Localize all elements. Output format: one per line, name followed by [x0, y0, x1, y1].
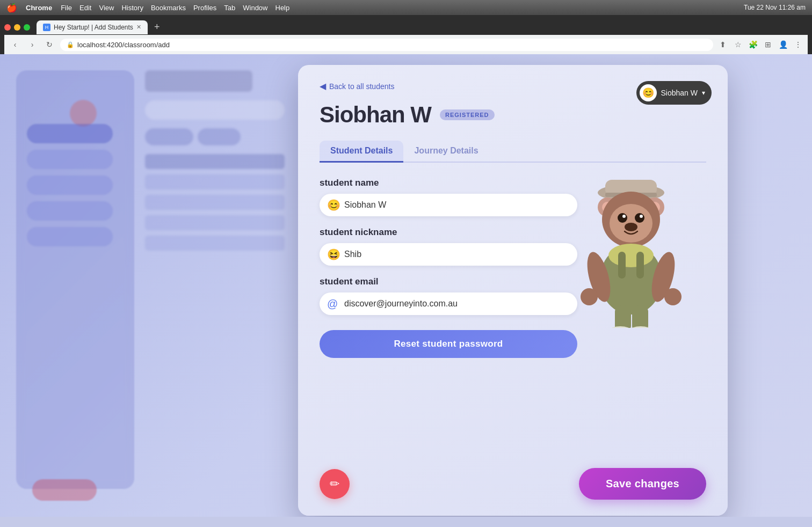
menu-history[interactable]: History — [121, 4, 143, 12]
main-title-bg — [145, 70, 252, 92]
student-name-input[interactable] — [320, 194, 577, 216]
menubar-right: Tue 22 Nov 11:26 am — [744, 4, 806, 11]
minimize-window-button[interactable] — [14, 24, 20, 31]
sidebar-item-5 — [27, 227, 113, 246]
forward-nav-button[interactable]: › — [26, 38, 39, 51]
user-name-display: Siobhan W — [661, 89, 698, 97]
student-email-input[interactable] — [320, 292, 577, 315]
menu-view[interactable]: View — [99, 4, 114, 12]
main-list-2-bg — [145, 174, 285, 189]
student-name-label: student name — [320, 178, 577, 188]
menu-tab[interactable]: Tab — [224, 4, 235, 12]
email-at-icon: @ — [327, 298, 338, 310]
svg-rect-17 — [618, 252, 626, 279]
clear-button[interactable]: ✏ — [320, 469, 350, 499]
modal-bottom-actions: ✏ Save changes — [320, 459, 706, 500]
svg-rect-24 — [632, 305, 648, 328]
menu-profiles[interactable]: Profiles — [193, 4, 216, 12]
student-email-input-wrapper: @ — [320, 292, 577, 315]
main-list-3-bg — [145, 195, 285, 210]
url-display: localhost:4200/classroom/add — [77, 41, 170, 49]
student-nickname-input-wrapper: 😆 — [320, 243, 577, 266]
back-link-label: Back to all students — [329, 82, 394, 91]
student-email-field-group: student email @ — [320, 276, 577, 315]
student-name-field-group: student name 😊 — [320, 178, 577, 216]
bookmark-icon[interactable]: ☆ — [733, 39, 743, 50]
menu-bookmarks[interactable]: Bookmarks — [151, 4, 186, 12]
main-bottom-btn-bg — [32, 479, 97, 501]
main-search-bg — [145, 100, 285, 120]
tab-student-details[interactable]: Student Details — [320, 141, 403, 163]
svg-rect-18 — [636, 252, 644, 279]
main-tabs-bg — [145, 128, 295, 145]
tab-bar: H Hey Startup! | Add Students ✕ + — [4, 19, 808, 35]
back-nav-button[interactable]: ‹ — [9, 38, 21, 51]
chrome-menu[interactable]: Chrome — [26, 4, 52, 12]
svg-point-11 — [622, 215, 626, 218]
svg-point-9 — [618, 213, 627, 223]
svg-point-10 — [635, 213, 644, 223]
time-display: Tue 22 Nov 11:26 am — [744, 4, 806, 11]
traffic-lights — [4, 24, 30, 31]
toolbar-actions: ⬆ ☆ 🧩 ⊞ 👤 ⋮ — [717, 39, 803, 50]
menubar: 🍎 Chrome File Edit View History Bookmark… — [0, 0, 812, 15]
reset-password-button[interactable]: Reset student password — [320, 330, 577, 358]
registered-badge: REGISTERED — [440, 109, 495, 120]
extensions-icon[interactable]: 🧩 — [748, 39, 758, 50]
student-header: Siobhan W REGISTERED — [320, 102, 706, 128]
apple-icon: 🍎 — [6, 3, 17, 13]
sidebar-logo — [70, 100, 97, 127]
svg-point-13 — [625, 223, 637, 231]
fullscreen-button[interactable] — [24, 24, 30, 31]
avatar: 😊 — [640, 84, 657, 101]
form-fields: student name 😊 student nickname 😆 — [320, 178, 577, 358]
character-illustration — [567, 156, 717, 344]
browser-toolbar: ‹ › ↻ 🔒 localhost:4200/classroom/add ⬆ ☆… — [4, 35, 808, 54]
tab-journey-details[interactable]: Journey Details — [403, 141, 489, 163]
student-nickname-label: student nickname — [320, 227, 577, 238]
reload-button[interactable]: ↻ — [43, 38, 56, 51]
svg-point-12 — [640, 215, 643, 218]
more-options-icon[interactable]: ⋮ — [793, 39, 803, 50]
name-smile-icon: 😊 — [327, 199, 340, 211]
menu-items: File Edit View History Bookmarks Profile… — [61, 4, 289, 12]
brush-icon: ✏ — [330, 477, 339, 491]
svg-rect-23 — [615, 305, 631, 328]
menu-file[interactable]: File — [61, 4, 72, 12]
sidebar-item-3 — [27, 175, 113, 195]
nickname-laugh-icon: 😆 — [327, 248, 340, 261]
student-name-title: Siobhan W — [320, 102, 431, 128]
student-nickname-input[interactable] — [320, 243, 577, 266]
form-content: student name 😊 student nickname 😆 — [320, 178, 706, 447]
split-view-icon[interactable]: ⊞ — [763, 39, 773, 50]
save-changes-button[interactable]: Save changes — [579, 468, 706, 500]
sidebar-item-2 — [27, 150, 113, 169]
new-tab-button[interactable]: + — [150, 19, 164, 35]
student-nickname-field-group: student nickname 😆 — [320, 227, 577, 266]
main-tab-2-bg — [198, 128, 241, 145]
sidebar-nav — [27, 124, 113, 253]
student-modal: ◀ Back to all students 😊 Siobhan W ▾ Sio… — [298, 65, 728, 516]
main-tab-1-bg — [145, 128, 193, 145]
sidebar-item-4 — [27, 201, 113, 221]
user-dropdown[interactable]: 😊 Siobhan W ▾ — [636, 81, 712, 105]
tab-close-button[interactable]: ✕ — [136, 24, 141, 31]
address-bar[interactable]: 🔒 localhost:4200/classroom/add — [60, 39, 713, 51]
close-window-button[interactable] — [4, 24, 11, 31]
menu-help[interactable]: Help — [276, 4, 290, 12]
tab-favicon-icon: H — [43, 24, 50, 31]
share-icon[interactable]: ⬆ — [717, 39, 728, 50]
sidebar-item-1 — [27, 124, 113, 143]
main-list-5-bg — [145, 236, 285, 251]
app-background: ◀ Back to all students 😊 Siobhan W ▾ Sio… — [0, 54, 812, 517]
svg-point-16 — [608, 244, 654, 267]
svg-point-20 — [581, 288, 598, 305]
menu-window[interactable]: Window — [243, 4, 267, 12]
lock-icon: 🔒 — [67, 41, 74, 48]
menu-edit[interactable]: Edit — [79, 4, 91, 12]
svg-point-22 — [664, 288, 682, 305]
browser-tab[interactable]: H Hey Startup! | Add Students ✕ — [37, 20, 148, 34]
main-list-4-bg — [145, 215, 285, 230]
tab-title: Hey Startup! | Add Students — [54, 24, 133, 31]
profile-icon[interactable]: 👤 — [778, 39, 788, 50]
